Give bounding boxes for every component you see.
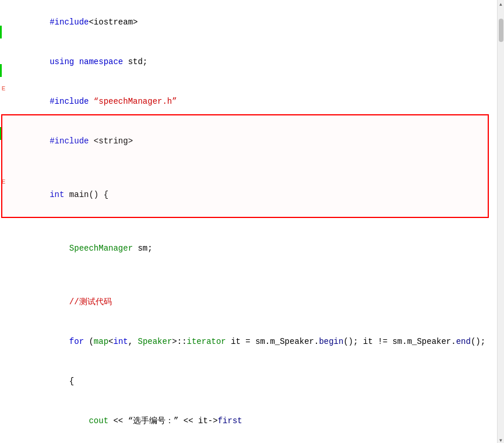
line-content: [8, 215, 497, 228]
code-token: iterator: [187, 337, 226, 346]
code-token: #include: [50, 97, 89, 106]
code-token: //测试代码: [69, 297, 112, 307]
line-content: //测试代码: [8, 283, 497, 321]
code-token: map: [94, 337, 108, 346]
code-line: #include<iostream>: [0, 2, 497, 42]
code-token: first: [218, 416, 242, 426]
line-content: {: [8, 362, 497, 400]
editor-container: #include<iostream> using namespace std; …: [0, 0, 504, 443]
code-line: E #include “speechManager.h”: [0, 82, 497, 121]
line-content: for (map<int, Speaker>::iterator it = sm…: [8, 322, 497, 361]
code-line: [0, 268, 497, 282]
code-token: cout: [89, 416, 108, 426]
line-content: [8, 269, 497, 282]
code-line: using namespace std;: [0, 42, 497, 82]
scroll-thumb[interactable]: [499, 19, 503, 42]
code-token: [50, 297, 69, 307]
code-token: SpeechManager: [69, 244, 133, 253]
code-line: << “ 姓名： ” << it->second.m_Name: [0, 441, 497, 443]
code-token: int: [50, 190, 64, 199]
code-token: Speaker: [138, 337, 172, 346]
code-token: sm;: [133, 244, 153, 253]
code-token: std;: [123, 57, 147, 66]
line-marker: E: [0, 175, 8, 188]
code-token: it = sm.m_Speaker.: [226, 337, 319, 346]
code-token: #include: [50, 136, 89, 146]
code-token: begin: [319, 337, 343, 346]
code-token: “speechManager.h”: [89, 97, 177, 106]
code-token: end: [456, 337, 471, 346]
code-token: <iostream>: [89, 17, 138, 27]
code-token: [50, 244, 69, 253]
scroll-up-button[interactable]: ▲: [498, 1, 504, 7]
code-line: {: [0, 361, 497, 401]
code-token: ();: [471, 337, 485, 346]
line-content: #include <string>: [8, 122, 497, 160]
code-token: using namespace: [50, 57, 123, 66]
code-token: {: [50, 377, 74, 386]
code-token: ,: [128, 337, 138, 346]
code-token: (); it != sm.m_Speaker.: [343, 337, 456, 346]
line-content: using namespace std;: [8, 43, 497, 81]
code-area[interactable]: #include<iostream> using namespace std; …: [0, 0, 497, 443]
line-content: [8, 161, 497, 174]
code-token: for: [69, 337, 84, 346]
code-token: [50, 337, 69, 346]
scroll-down-button[interactable]: ▼: [498, 437, 504, 443]
code-token: >::: [172, 337, 186, 346]
code-token: << “选手编号：” << it->: [108, 416, 218, 426]
code-line: SpeechManager sm;: [0, 228, 497, 268]
code-line: #include <string>: [0, 121, 497, 161]
code-line: cout << “选手编号：” << it->first: [0, 401, 497, 441]
code-token: (: [84, 337, 94, 346]
code-token: #include: [50, 17, 89, 27]
code-token: main() {: [64, 190, 108, 199]
code-line: for (map<int, Speaker>::iterator it = sm…: [0, 322, 497, 361]
code-token: int: [113, 337, 128, 346]
code-line: [0, 161, 497, 175]
line-content: SpeechManager sm;: [8, 229, 497, 268]
line-content: int main() {: [8, 175, 497, 214]
line-content: #include “speechManager.h”: [8, 82, 497, 121]
code-token: [50, 416, 89, 426]
code-line: E int main() {: [0, 175, 497, 215]
line-marker: E: [0, 82, 8, 95]
line-content: cout << “选手编号：” << it->first: [8, 402, 497, 440]
code-token: <string>: [89, 136, 133, 146]
vertical-scrollbar[interactable]: ▲ ▼: [497, 0, 504, 443]
code-line: //测试代码: [0, 282, 497, 322]
code-line: [0, 215, 497, 228]
line-content: #include<iostream>: [8, 3, 497, 41]
